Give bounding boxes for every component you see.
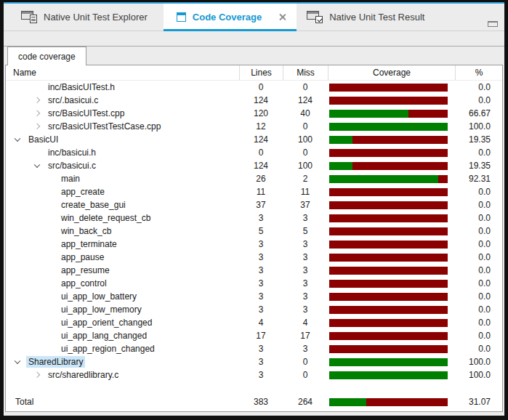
row-lines-cell: 11 xyxy=(239,187,283,197)
column-header-percent[interactable]: % xyxy=(455,65,502,80)
row-miss-cell: 2 xyxy=(283,174,328,184)
row-name-cell: create_base_gui xyxy=(6,198,239,211)
row-label[interactable]: ui_app_low_battery xyxy=(59,291,139,302)
chevron-right-icon[interactable] xyxy=(34,97,40,102)
row-coverage-cell xyxy=(328,345,455,353)
tab-code-coverage-view[interactable]: code coverage xyxy=(7,47,86,65)
chevron-right-icon[interactable] xyxy=(34,371,40,377)
row-lines-cell: 3 xyxy=(239,370,283,380)
row-label[interactable]: app_create xyxy=(59,186,107,198)
table-row[interactable]: app_pause330.0 xyxy=(6,251,502,264)
row-label[interactable]: inc/basicui.h xyxy=(46,147,98,158)
row-name-cell: app_control xyxy=(6,277,239,290)
coverage-table-body: inc/BasicUITest.h000.0src/.basicui.c1241… xyxy=(6,81,502,381)
table-row[interactable]: ui_app_lang_changed17170.0 xyxy=(6,329,502,342)
table-row[interactable]: src/BasicUITestTestCase.cpp120100.0 xyxy=(6,120,502,133)
row-label[interactable]: ui_app_low_memory xyxy=(59,304,144,315)
row-label[interactable]: src/BasicUITestTestCase.cpp xyxy=(46,121,163,132)
row-percent-cell: 66.67 xyxy=(455,108,502,118)
table-row[interactable]: app_create11110.0 xyxy=(6,185,502,198)
row-label[interactable]: app_terminate xyxy=(59,238,119,250)
row-label[interactable]: app_control xyxy=(59,278,109,289)
tab-native-unit-test-result[interactable]: Native Unit Test Result xyxy=(297,4,458,31)
chevron-right-icon[interactable] xyxy=(34,123,40,129)
column-header-miss[interactable]: Miss xyxy=(283,65,328,80)
tab-code-coverage[interactable]: Code Coverage xyxy=(164,4,297,31)
row-label[interactable]: app_resume xyxy=(59,264,112,276)
table-row[interactable]: ui_app_orient_changed440.0 xyxy=(6,316,502,329)
row-label[interactable]: main xyxy=(59,173,82,185)
chevron-down-icon[interactable] xyxy=(15,136,20,142)
table-row[interactable]: inc/basicui.h000.0 xyxy=(6,146,502,159)
table-row[interactable]: app_resume330.0 xyxy=(6,264,502,277)
row-coverage-cell xyxy=(328,332,455,340)
row-label[interactable]: ui_app_lang_changed xyxy=(59,330,149,342)
coverage-bar-missed xyxy=(329,188,448,196)
row-lines-cell: 17 xyxy=(239,331,283,341)
table-row[interactable]: win_delete_request_cb330.0 xyxy=(6,211,502,225)
column-header-lines[interactable]: Lines xyxy=(239,65,283,80)
row-label[interactable]: src/sharedlibrary.c xyxy=(46,369,121,381)
coverage-bar xyxy=(329,267,448,275)
row-label[interactable]: win_delete_request_cb xyxy=(59,212,153,224)
table-row[interactable]: src/basicui.c12410019.35 xyxy=(6,159,502,172)
table-row[interactable]: src/.basicui.c1241240.0 xyxy=(6,94,502,107)
row-name-cell: ui_app_region_changed xyxy=(6,342,239,355)
coverage-bar xyxy=(329,280,448,288)
table-row[interactable]: ui_app_region_changed330.0 xyxy=(6,342,502,355)
chevron-right-icon[interactable] xyxy=(34,110,40,116)
row-label[interactable]: src/BasicUITest.cpp xyxy=(46,108,126,119)
row-name-cell: ui_app_lang_changed xyxy=(6,329,239,342)
table-row[interactable]: app_control330.0 xyxy=(6,277,502,290)
table-row[interactable]: BasicUI12410019.35 xyxy=(6,133,502,146)
table-row[interactable]: main26292.31 xyxy=(6,172,502,185)
coverage-bar xyxy=(329,123,448,131)
coverage-bar-missed xyxy=(329,280,448,288)
editor-tab-bar: Native Unit Test Explorer Code Coverage … xyxy=(4,4,504,31)
row-name-cell: ui_app_low_battery xyxy=(6,290,239,303)
row-label[interactable]: SharedLibrary xyxy=(26,356,85,368)
row-lines-cell: 3 xyxy=(239,344,283,354)
table-row[interactable]: src/BasicUITest.cpp1204066.67 xyxy=(6,107,502,120)
row-label[interactable]: src/basicui.c xyxy=(46,160,98,171)
chevron-down-icon[interactable] xyxy=(34,162,40,168)
row-label[interactable]: BasicUI xyxy=(26,134,60,145)
coverage-bar xyxy=(329,306,448,314)
minimize-icon[interactable] xyxy=(488,21,498,27)
tab-native-unit-test-explorer[interactable]: Native Unit Test Explorer xyxy=(4,4,164,31)
row-label[interactable]: create_base_gui xyxy=(59,199,128,211)
row-name-cell: ui_app_low_memory xyxy=(6,303,239,316)
table-row[interactable]: create_base_gui37370.0 xyxy=(6,198,502,211)
row-label[interactable]: ui_app_region_changed xyxy=(59,343,157,355)
close-icon[interactable] xyxy=(278,13,286,21)
table-row[interactable]: inc/BasicUITest.h000.0 xyxy=(6,81,502,94)
row-label[interactable]: src/.basicui.c xyxy=(46,94,100,106)
table-row[interactable]: ui_app_low_memory330.0 xyxy=(6,303,502,316)
row-lines-cell: 3 xyxy=(239,252,283,262)
row-label[interactable]: app_pause xyxy=(59,251,106,263)
table-row[interactable]: SharedLibrary30100.0 xyxy=(6,355,502,368)
row-miss-cell: 0 xyxy=(283,357,328,367)
table-row[interactable]: app_terminate330.0 xyxy=(6,238,502,251)
row-percent-cell: 0.0 xyxy=(455,82,502,92)
row-name-cell: src/.basicui.c xyxy=(6,94,239,107)
tab-label: Native Unit Test Explorer xyxy=(44,12,148,23)
table-row[interactable]: win_back_cb550.0 xyxy=(6,225,502,238)
chevron-down-icon[interactable] xyxy=(15,358,20,364)
total-coverage-cell xyxy=(328,398,455,406)
row-coverage-cell xyxy=(328,254,455,262)
table-row[interactable]: ui_app_low_battery330.0 xyxy=(6,290,502,303)
coverage-bar-missed xyxy=(329,267,448,275)
row-coverage-cell xyxy=(328,97,455,105)
coverage-bar-missed xyxy=(329,214,448,222)
coverage-bar xyxy=(329,188,448,196)
table-row[interactable]: src/sharedlibrary.c30100.0 xyxy=(6,368,502,381)
column-header-coverage[interactable]: Coverage xyxy=(328,65,455,80)
row-percent-cell: 19.35 xyxy=(455,134,502,145)
row-label[interactable]: win_back_cb xyxy=(59,225,113,237)
row-label[interactable]: ui_app_orient_changed xyxy=(59,317,154,328)
row-label[interactable]: inc/BasicUITest.h xyxy=(46,81,117,93)
column-header-name[interactable]: Name xyxy=(6,65,239,80)
row-coverage-cell xyxy=(328,293,455,301)
row-coverage-cell xyxy=(328,123,455,131)
